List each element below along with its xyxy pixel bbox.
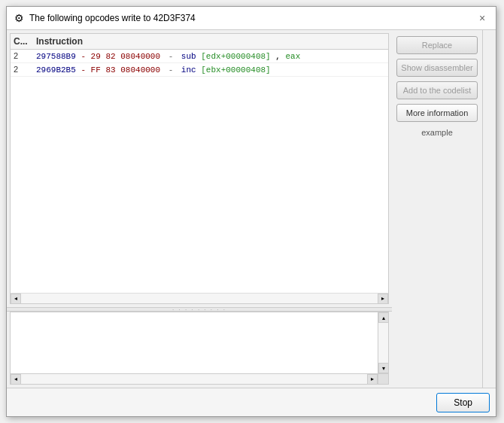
example-label: example	[396, 128, 478, 137]
row-address: 297588B9	[36, 52, 76, 61]
row-instruction: 297588B9 - 29 82 08040000 - sub [edx+000…	[36, 52, 385, 61]
hscroll-right-arrow[interactable]: ▸	[378, 294, 388, 304]
vscroll-track[interactable]	[378, 323, 388, 363]
row-separator: -	[169, 52, 178, 61]
dialog-title: The following opcodes write to 42D3F374	[29, 13, 196, 23]
stop-button[interactable]: Stop	[436, 393, 490, 412]
table-row[interactable]: 2 297588B9 - 29 82 08040000 - sub [edx+0…	[11, 50, 388, 63]
row-mnemonic: sub	[181, 52, 201, 61]
row-operand1: [ebx+00000408]	[201, 65, 270, 75]
bottom-textarea[interactable]	[11, 312, 378, 373]
row-bytes: - FF 83 08040000	[80, 65, 160, 75]
add-to-codelist-button[interactable]: Add to the codelist	[396, 81, 478, 99]
textarea-vscroll[interactable]: ▴ ▾	[378, 312, 388, 373]
replace-button[interactable]: Replace	[396, 36, 478, 54]
scroll-corner	[378, 373, 388, 384]
table-body: 2 297588B9 - 29 82 08040000 - sub [edx+0…	[11, 50, 388, 77]
bottom-bar: Stop	[7, 388, 496, 416]
textarea-hscroll[interactable]: ◂ ▸	[11, 373, 378, 384]
vscroll-up-arrow[interactable]: ▴	[378, 312, 389, 323]
bottom-textarea-area: ▴ ▾ ◂ ▸	[10, 312, 389, 385]
title-bar-left: ⚙ The following opcodes write to 42D3F37…	[13, 12, 196, 24]
table-scroll-container: 2 297588B9 - 29 82 08040000 - sub [edx+0…	[11, 50, 388, 293]
hscroll2-left-arrow[interactable]: ◂	[11, 374, 21, 385]
dialog-icon: ⚙	[13, 12, 25, 24]
instruction-table: C... Instruction 2 297588B9 - 29 82 0804…	[10, 33, 389, 304]
row-operand2: eax	[286, 52, 301, 61]
col-header-count: C...	[14, 36, 36, 47]
main-dialog: ⚙ The following opcodes write to 42D3F37…	[6, 6, 496, 417]
close-button[interactable]: ×	[475, 11, 490, 26]
show-disassembler-button[interactable]: Show disassembler	[396, 59, 478, 77]
row-separator: -	[169, 65, 178, 75]
row-address: 2969B2B5	[36, 65, 76, 75]
row-operand1: [edx+00000408]	[201, 52, 270, 61]
dialog-body: C... Instruction 2 297588B9 - 29 82 0804…	[7, 30, 496, 388]
row-count: 2	[14, 51, 36, 60]
hscroll-track[interactable]	[21, 294, 378, 303]
title-bar: ⚙ The following opcodes write to 42D3F37…	[7, 7, 496, 30]
table-hscroll[interactable]: ◂ ▸	[11, 293, 388, 303]
table-row[interactable]: 2 2969B2B5 - FF 83 08040000 - inc [ebx+0…	[11, 63, 388, 77]
col-header-instruction: Instruction	[36, 36, 385, 47]
right-partial-strip	[482, 30, 496, 388]
row-bytes: - 29 82 08040000	[80, 52, 160, 61]
hscroll-left-arrow[interactable]: ◂	[11, 294, 21, 304]
vscroll-down-arrow[interactable]: ▾	[378, 363, 389, 373]
row-count: 2	[14, 65, 36, 74]
hscroll2-right-arrow[interactable]: ▸	[367, 374, 378, 385]
table-header: C... Instruction	[11, 34, 388, 50]
right-panel: Replace Show disassembler Add to the cod…	[392, 30, 482, 388]
row-instruction: 2969B2B5 - FF 83 08040000 - inc [ebx+000…	[36, 65, 385, 75]
row-comma: ,	[275, 52, 281, 61]
row-mnemonic: inc	[181, 65, 201, 75]
more-information-button[interactable]: More information	[396, 104, 478, 122]
main-panel: C... Instruction 2 297588B9 - 29 82 0804…	[7, 30, 392, 388]
